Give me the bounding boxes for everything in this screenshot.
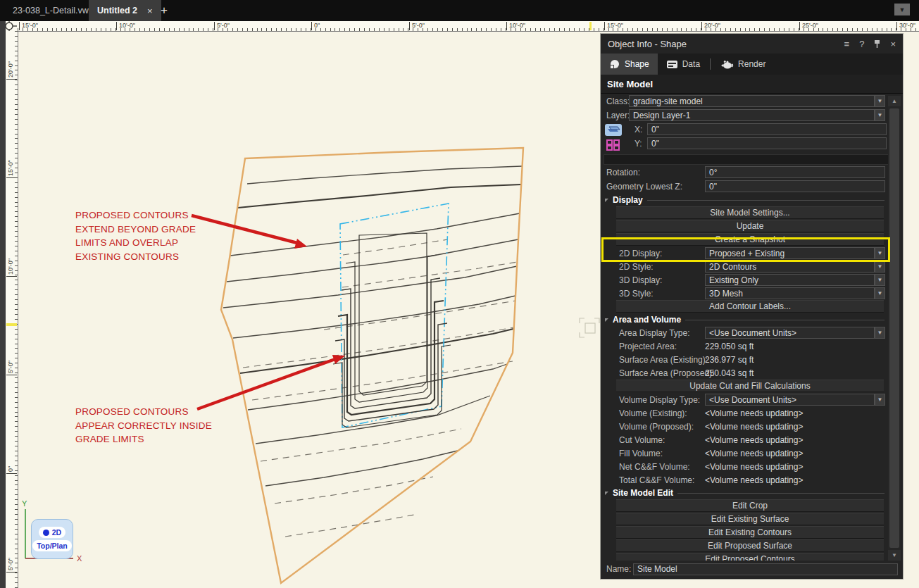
tab-23-038-l-detail[interactable]: 23-038_L-Detail.vwx: [4, 0, 101, 21]
chevron-down-icon[interactable]: ▼: [875, 287, 885, 299]
section-title: Area and Volume: [613, 315, 681, 325]
fill-volume-label: Fill Volume:: [601, 449, 663, 458]
name-row: Name: Site Model: [601, 561, 903, 577]
edit-crop-button[interactable]: Edit Crop: [616, 499, 884, 512]
y-input[interactable]: 0": [647, 137, 887, 149]
create-snapshot-button[interactable]: Create a Snapshot: [616, 233, 884, 246]
y-row: Y: 0": [634, 137, 903, 151]
site-model-settings-button[interactable]: Site Model Settings...: [616, 206, 884, 219]
2d-style-label: 2D Style:: [601, 262, 654, 272]
layer-combobox[interactable]: Design Layer-1: [629, 109, 875, 121]
3d-style-row: 3D Style: 3D Mesh ▼: [601, 287, 903, 300]
tab-data[interactable]: Data: [658, 54, 708, 75]
chevron-down-icon[interactable]: ▼: [875, 95, 885, 107]
add-contour-labels-button[interactable]: Add Contour Labels...: [616, 300, 884, 313]
volume-display-type-combobox[interactable]: <Use Document Units>: [705, 394, 875, 406]
update-cut-fill-button[interactable]: Update Cut and Fill Calculations: [616, 380, 884, 392]
fill-volume-value: <Volume needs updating>: [705, 449, 803, 458]
ruler-label: 15'-0": [6, 141, 15, 176]
rotation-label: Rotation:: [601, 168, 640, 177]
volume-existing-value: <Volume needs updating>: [705, 408, 803, 418]
grid-mode-icon[interactable]: [605, 139, 622, 151]
tab-untitled-2[interactable]: Untitled 2 ×: [89, 0, 161, 21]
panel-scrollbar[interactable]: ▲ ▼: [888, 96, 901, 561]
rotation-row: Rotation: 0°: [601, 165, 903, 180]
layer-label: Layer:: [601, 111, 630, 120]
cut-volume-row: Cut Volume: <Volume needs updating>: [601, 433, 903, 446]
tab-list-dropdown-button[interactable]: ▼: [894, 4, 910, 15]
close-icon[interactable]: ×: [890, 39, 896, 49]
ruler-label: 10'-0": [116, 22, 135, 30]
site-model-edit-section-header[interactable]: Site Model Edit: [601, 487, 903, 499]
panel-content: Class: grading-site model ▼ Layer: Desig…: [601, 93, 903, 561]
edit-existing-surface-button[interactable]: Edit Existing Surface: [616, 513, 884, 525]
ruler-label: 20'-0": [701, 22, 720, 30]
panel-titlebar[interactable]: Object Info - Shape ≡ ? ×: [601, 34, 903, 54]
pit-contours: [333, 233, 451, 427]
ruler-label: 30'-0": [896, 22, 915, 30]
edit-proposed-contours-button[interactable]: Edit Proposed Contours: [616, 553, 884, 561]
chevron-down-icon[interactable]: ▼: [875, 261, 885, 273]
ruler-label: 0": [6, 437, 15, 472]
display-section-header[interactable]: Display: [601, 194, 903, 206]
screen-plane-icon[interactable]: [605, 124, 622, 136]
cut-volume-value: <Volume needs updating>: [705, 435, 803, 445]
edit-proposed-surface-button[interactable]: Edit Proposed Surface: [616, 539, 884, 552]
x-label: X:: [634, 125, 642, 135]
scroll-up-icon[interactable]: ▲: [888, 96, 901, 106]
area-display-type-label: Area Display Type:: [601, 328, 690, 338]
2d-display-row: 2D Display: Proposed + Existing ▼: [601, 246, 903, 260]
ruler-label: 10'-0": [506, 22, 525, 30]
projected-area-value: 229.050 sq ft: [705, 342, 754, 351]
chevron-down-icon[interactable]: ▼: [875, 247, 885, 259]
chevron-down-icon[interactable]: ▼: [875, 327, 885, 339]
3d-style-combobox[interactable]: 3D Mesh: [705, 287, 875, 299]
ruler-label: 5'-0": [409, 22, 425, 30]
new-tab-button[interactable]: +: [161, 0, 168, 21]
update-button[interactable]: Update: [616, 220, 884, 232]
tab-label: Untitled 2: [97, 6, 137, 15]
site-boundary: [221, 148, 523, 583]
chevron-down-icon[interactable]: ▼: [875, 274, 885, 286]
2d-style-combobox[interactable]: 2D Contours: [705, 261, 875, 273]
2d-display-combobox[interactable]: Proposed + Existing: [705, 247, 875, 259]
view-name-label: Top/Plan: [32, 540, 72, 551]
close-tab-icon[interactable]: ×: [147, 6, 153, 16]
view-mode-label: 2D: [52, 528, 61, 537]
view-dot-icon: [43, 530, 49, 536]
total-cf-volume-label: Total C&&F Volume:: [601, 475, 694, 485]
chevron-down-icon[interactable]: ▼: [875, 394, 885, 406]
scroll-down-icon[interactable]: ▼: [888, 550, 901, 561]
menu-icon[interactable]: ≡: [844, 39, 850, 49]
volume-existing-label: Volume (Existing):: [601, 408, 687, 418]
geometry-lowest-z-row: Geometry Lowest Z: 0": [601, 180, 903, 194]
area-display-type-row: Area Display Type: <Use Document Units> …: [601, 326, 903, 339]
x-input[interactable]: 0": [647, 123, 887, 135]
pin-icon[interactable]: [874, 39, 880, 48]
3d-display-combobox[interactable]: Existing Only: [705, 274, 875, 286]
collapse-icon: [605, 318, 608, 322]
3d-style-label: 3D Style:: [601, 289, 654, 299]
volume-proposed-label: Volume (Proposed):: [601, 422, 694, 432]
geometry-lowest-z-label: Geometry Lowest Z:: [601, 182, 682, 192]
name-input[interactable]: Site Model: [633, 563, 898, 575]
help-icon[interactable]: ?: [859, 39, 864, 49]
edit-existing-contours-button[interactable]: Edit Existing Contours: [616, 526, 884, 539]
class-row: Class: grading-site model ▼: [601, 94, 903, 108]
area-volume-section-header[interactable]: Area and Volume: [601, 313, 903, 326]
tab-render[interactable]: Render: [712, 54, 774, 75]
rotation-input[interactable]: 0°: [705, 166, 885, 178]
net-cf-volume-row: Net C&&F Volume: <Volume needs updating>: [601, 460, 903, 473]
object-info-panel: Object Info - Shape ≡ ? × Shape: [600, 33, 904, 580]
chevron-down-icon[interactable]: ▼: [875, 109, 885, 121]
geometry-lowest-z-input[interactable]: 0": [705, 180, 885, 192]
class-combobox[interactable]: grading-site model: [629, 95, 875, 107]
scrollbar-thumb[interactable]: [889, 108, 899, 548]
tab-shape[interactable]: Shape: [601, 54, 658, 75]
cut-volume-label: Cut Volume:: [601, 435, 665, 445]
area-display-type-combobox[interactable]: <Use Document Units>: [705, 327, 875, 339]
panel-tabs: Shape Data Render: [601, 54, 903, 75]
document-tab-bar: 23-038_L-Detail.vwx Untitled 2 × + ▼: [0, 0, 919, 21]
volume-existing-row: Volume (Existing): <Volume needs updatin…: [601, 406, 903, 420]
layer-row: Layer: Design Layer-1 ▼: [601, 108, 903, 123]
